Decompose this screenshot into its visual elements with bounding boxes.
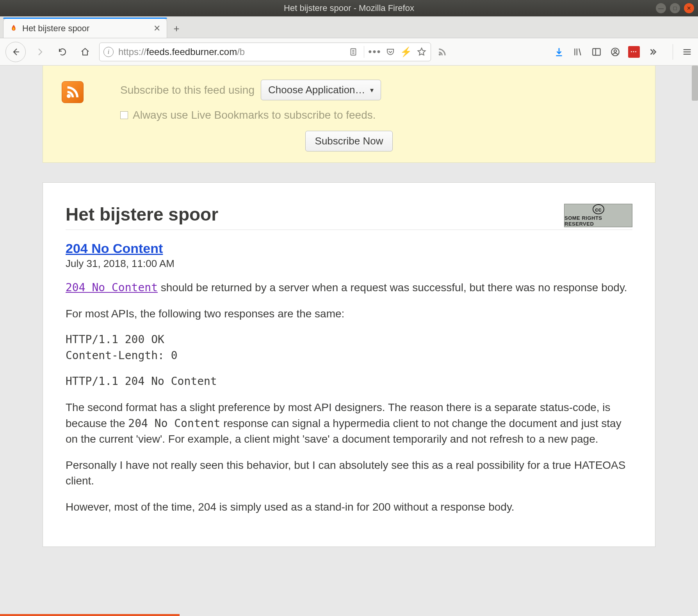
lastpass-icon[interactable]: •••: [628, 46, 640, 58]
entry-date: July 31, 2018, 11:00 AM: [66, 258, 632, 270]
cc-text: SOME RIGHTS RESERVED: [564, 215, 632, 227]
address-bar[interactable]: i https://feeds.feedburner.com/b ••• ⚡: [99, 43, 431, 61]
inline-code: 204 No Content: [128, 417, 220, 430]
entry-p5: However, most of the time, 204 is simply…: [66, 499, 632, 515]
feedburner-favicon-icon: [9, 24, 18, 33]
cc-license-badge[interactable]: cc SOME RIGHTS RESERVED: [564, 204, 632, 227]
entry-pre2: HTTP/1.1 204 No Content: [66, 374, 632, 390]
subscribe-now-button[interactable]: Subscribe Now: [305, 131, 393, 151]
reload-button[interactable]: [54, 43, 71, 61]
choose-application-label: Choose Application…: [268, 84, 365, 96]
entry-title: 204 No Content: [66, 241, 632, 256]
feed-title: Het bijstere spoor: [66, 204, 218, 225]
entry-p4: Personally I have not really seen this b…: [66, 458, 632, 489]
menu-button[interactable]: [673, 44, 693, 60]
bookmark-star-icon[interactable]: [417, 47, 427, 57]
home-button[interactable]: [77, 43, 94, 61]
overflow-icon[interactable]: [647, 46, 659, 58]
window-maximize-button[interactable]: □: [670, 3, 680, 13]
cc-logo-icon: cc: [593, 204, 604, 214]
window-title: Het bijstere spoor - Mozilla Firefox: [284, 3, 414, 13]
status-code-link[interactable]: 204 No Content: [66, 281, 158, 294]
toolbar-right: •••: [553, 44, 693, 60]
always-use-row: Always use Live Bookmarks to subscribe t…: [120, 109, 636, 121]
entry-p2: For most APIs, the following two respons…: [66, 306, 632, 322]
svg-point-15: [67, 94, 71, 98]
feed-content: Het bijstere spoor cc SOME RIGHTS RESERV…: [43, 182, 655, 547]
url-actions: ••• ⚡: [348, 46, 427, 58]
browser-tab[interactable]: Het bijstere spoor ✕: [3, 18, 167, 38]
downloads-icon[interactable]: [553, 46, 565, 58]
separator: [364, 46, 364, 58]
window-controls: — □ ✕: [656, 3, 694, 13]
always-use-checkbox[interactable]: [120, 111, 128, 119]
url-text: https://feeds.feedburner.com/b: [118, 46, 344, 57]
tab-close-button[interactable]: ✕: [153, 24, 161, 33]
feed-header: Het bijstere spoor cc SOME RIGHTS RESERV…: [66, 204, 632, 230]
window-minimize-button[interactable]: —: [656, 3, 666, 13]
sidebar-icon[interactable]: [591, 46, 602, 58]
amp-bolt-icon[interactable]: ⚡: [401, 47, 411, 57]
entry-title-link[interactable]: 204 No Content: [66, 241, 163, 256]
page-actions-icon[interactable]: •••: [370, 47, 380, 57]
tab-title: Het bijstere spoor: [22, 23, 149, 34]
pocket-icon[interactable]: [385, 47, 395, 57]
forward-button: [31, 43, 48, 61]
chevron-down-icon: ▾: [370, 86, 374, 94]
window-titlebar: Het bijstere spoor - Mozilla Firefox — □…: [0, 0, 698, 16]
account-icon[interactable]: [609, 46, 621, 58]
choose-application-dropdown[interactable]: Choose Application… ▾: [261, 80, 381, 100]
back-button[interactable]: [5, 42, 26, 62]
content-area: Subscribe to this feed using Choose Appl…: [0, 66, 698, 616]
entry-body: 204 No Content should be returned by a s…: [66, 280, 632, 515]
site-info-icon[interactable]: i: [103, 47, 114, 57]
library-icon[interactable]: [572, 46, 584, 58]
reader-mode-icon[interactable]: [348, 47, 358, 57]
tab-strip: Het bijstere spoor ✕ +: [0, 16, 698, 38]
feed-subscribe-panel: Subscribe to this feed using Choose Appl…: [43, 66, 655, 163]
page-load-progress: [0, 614, 180, 616]
new-tab-button[interactable]: +: [167, 19, 186, 38]
window-close-button[interactable]: ✕: [684, 3, 694, 13]
always-use-label: Always use Live Bookmarks to subscribe t…: [133, 109, 376, 121]
subscribe-row: Subscribe to this feed using Choose Appl…: [120, 80, 636, 100]
rss-subscribe-icon[interactable]: [436, 46, 448, 58]
entry-p3: The second format has a slight preferenc…: [66, 400, 632, 447]
svg-point-4: [439, 53, 441, 55]
entry-p1: 204 No Content should be returned by a s…: [66, 280, 632, 296]
navigation-toolbar: i https://feeds.feedburner.com/b ••• ⚡: [0, 38, 698, 66]
subscribe-label: Subscribe to this feed using: [120, 84, 255, 96]
scrollbar-thumb[interactable]: [692, 66, 698, 101]
entry-pre1: HTTP/1.1 200 OK Content-Length: 0: [66, 332, 632, 363]
svg-point-11: [614, 50, 617, 52]
rss-icon: [62, 81, 84, 103]
svg-rect-8: [593, 48, 600, 55]
svg-line-7: [579, 48, 580, 55]
